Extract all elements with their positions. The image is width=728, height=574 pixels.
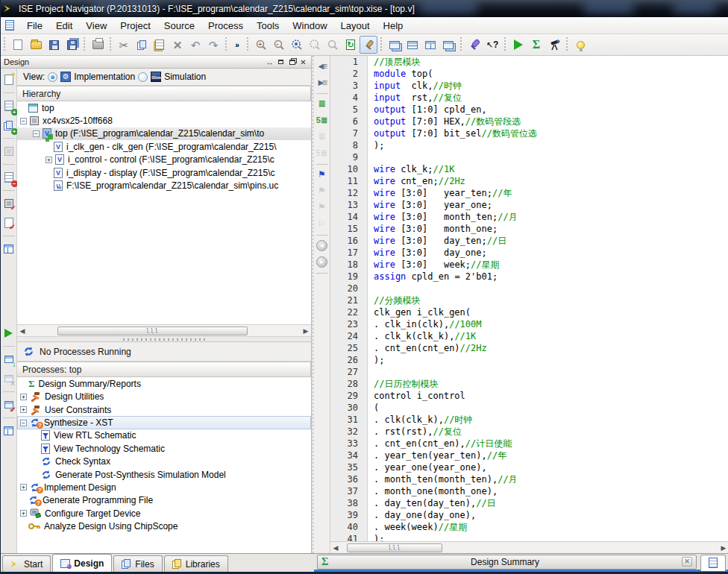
scroll-thumb[interactable] [347, 543, 442, 552]
save-button[interactable] [45, 36, 63, 54]
toolbar-overflow-button[interactable]: » [230, 36, 244, 54]
hierarchy-item[interactable]: −Vtop (F:\ISE_program\calendar_Z215\cale… [17, 127, 311, 140]
code-line[interactable]: 9 [330, 151, 728, 163]
clear-bookmarks-icon[interactable]: ⚐ [315, 216, 330, 231]
navigate-back-icon[interactable]: ◂ [315, 238, 330, 253]
stop-process-button[interactable]: ✕ [1, 370, 16, 387]
process-item[interactable]: Generate Post-Synthesis Simulation Model [17, 468, 311, 481]
code-line[interactable]: 16wire [3:0] day_ten;//日 [330, 235, 728, 247]
code-line[interactable]: 31. clk(clk_k),//时钟 [330, 414, 728, 426]
highlight-lines-icon[interactable]: ≣ [315, 96, 330, 111]
menu-process[interactable]: Process [201, 19, 250, 33]
panel-resize-handle[interactable] [17, 336, 311, 341]
toolbar-grip[interactable] [82, 37, 87, 52]
code-line[interactable]: 20 [330, 283, 728, 294]
print-button[interactable] [89, 36, 107, 54]
menu-file[interactable]: File [20, 19, 49, 33]
find-button[interactable] [324, 36, 342, 54]
arrange-windows-button[interactable] [439, 36, 457, 54]
undo-button[interactable]: ↶ [186, 36, 204, 54]
menu-help[interactable]: Help [377, 19, 410, 33]
add-copy-of-source-button[interactable]: + [1, 117, 16, 133]
process-item[interactable]: ?Generate Programming File [17, 494, 311, 507]
hierarchy-item[interactable]: top [17, 101, 311, 114]
toolbar-grip[interactable] [224, 37, 229, 52]
code-line[interactable]: 41); [330, 533, 728, 541]
hierarchy-item[interactable]: Vi_display - display (F:\ISE_program\cal… [17, 166, 311, 179]
code-line[interactable]: 28//日历控制模块 [330, 378, 728, 390]
process-item[interactable]: View RTL Schematic [17, 429, 311, 442]
analyzer-telescope-button[interactable] [545, 36, 563, 54]
cut-button[interactable]: ✂ [115, 36, 133, 54]
code-line[interactable]: 15wire [3:0] month_one; [330, 223, 728, 235]
scroll-left-arrow[interactable]: ◀ [330, 544, 341, 552]
zoom-in-button[interactable]: + [252, 36, 270, 54]
code-line[interactable]: 29control i_control [330, 390, 728, 402]
code-line[interactable]: 2module top( [330, 68, 728, 80]
goto-line-icon[interactable]: 5≣ [315, 113, 330, 127]
toolbar-grip[interactable] [2, 37, 7, 52]
code-line[interactable]: 22clk_gen i_clk_gen( [330, 306, 728, 318]
tab-design[interactable]: Design [52, 554, 112, 572]
navigate-forward-icon[interactable]: ▸ [315, 254, 330, 269]
code-line[interactable]: 32. rst(rst),//复位 [330, 426, 728, 438]
expander-expand-icon[interactable]: + [20, 394, 27, 400]
redo-button[interactable]: ↷ [204, 36, 222, 54]
panel-close-button[interactable]: ✕ [298, 57, 308, 66]
code-line[interactable]: 5output [1:0] cpld_en, [330, 104, 728, 116]
next-bookmark-icon[interactable]: ⚑ [315, 183, 330, 198]
goto-line-disabled-icon[interactable]: 5≣ [315, 145, 330, 160]
menu-edit[interactable]: Edit [49, 19, 79, 33]
toolbar-grip[interactable] [503, 37, 508, 52]
delete-button[interactable]: ✕ [169, 36, 186, 54]
refresh-button[interactable]: ↻ [342, 36, 360, 54]
toolbar-grip[interactable] [245, 37, 251, 52]
prev-bookmark-icon[interactable]: ⚑ [315, 200, 330, 215]
process-item[interactable]: −?Synthesize - XST [17, 416, 311, 429]
rerun-process-button[interactable]: ↓ [1, 351, 16, 368]
new-partition-button[interactable] [1, 143, 16, 160]
process-item[interactable]: Check Syntax [17, 455, 311, 468]
zoom-region-button[interactable] [306, 36, 324, 54]
code-line[interactable]: 25. cnt_en(cnt_en)//2Hz [330, 342, 728, 354]
process-item[interactable]: ΣDesign Summary/Reports [17, 377, 311, 390]
process-item[interactable]: Analyze Design Using ChipScope [17, 520, 311, 532]
code-line[interactable]: 4input rst,//复位 [330, 92, 728, 104]
expander-expand-icon[interactable]: + [46, 157, 52, 163]
paste-button[interactable] [151, 36, 169, 54]
scroll-left-arrow[interactable]: ◀ [17, 327, 28, 335]
code-line[interactable]: 10wire clk_k;//1K [330, 163, 728, 175]
new-source-button[interactable]: ✶ [1, 72, 16, 88]
settings-wrench-button[interactable] [465, 36, 483, 54]
process-columns-button[interactable] [1, 423, 16, 439]
context-help-button[interactable]: ↖? [483, 36, 501, 54]
menu-source[interactable]: Source [157, 19, 201, 33]
code-line[interactable]: 35. year_one(year_one), [330, 461, 728, 473]
implementation-radio[interactable] [48, 72, 57, 82]
toggle-columns-button[interactable] [1, 241, 16, 257]
tab-libraries[interactable]: Libraries [164, 555, 228, 572]
code-line[interactable]: 36. month_ten(month_ten),//月 [330, 473, 728, 485]
expander-collapse-icon[interactable]: − [20, 118, 27, 124]
expander-expand-icon[interactable]: + [20, 510, 27, 517]
hierarchy-item[interactable]: UF:\ISE_program\calendar_Z215\calendar_s… [17, 179, 311, 192]
code-line[interactable]: 34. year_ten(year_ten),//年 [330, 450, 728, 461]
expander-collapse-icon[interactable]: − [33, 130, 40, 137]
code-line[interactable]: 12wire [3:0] year_ten;//年 [330, 187, 728, 199]
expander-expand-icon[interactable]: + [20, 406, 27, 413]
tab-start[interactable]: Start [2, 555, 51, 572]
scroll-thumb[interactable] [57, 327, 248, 335]
code-line[interactable]: 13wire [3:0] year_one; [330, 199, 728, 211]
design-summary-button[interactable]: Σ [527, 36, 545, 54]
process-item[interactable]: +Design Utilities [17, 391, 311, 403]
panel-maximize-button[interactable] [276, 57, 286, 66]
run-process-button[interactable] [1, 325, 16, 341]
toolbar-grip[interactable] [565, 37, 570, 52]
menu-layout[interactable]: Layout [334, 19, 377, 33]
code-line[interactable]: 26); [330, 354, 728, 366]
code-line[interactable]: 38. day_ten(day_ten),//日 [330, 497, 728, 509]
zoom-full-view-button[interactable] [288, 36, 306, 54]
cascade-windows-button[interactable] [386, 36, 404, 54]
code-line[interactable]: 19assign cpld_en = 2'b01; [330, 271, 728, 283]
code-line[interactable]: 11wire cnt_en;//2Hz [330, 175, 728, 187]
